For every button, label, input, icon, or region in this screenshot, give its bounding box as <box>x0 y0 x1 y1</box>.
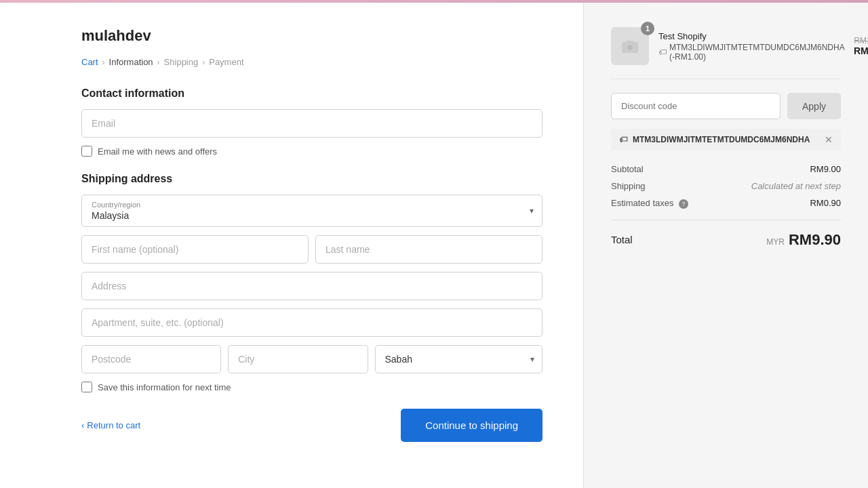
sep3: › <box>202 58 205 67</box>
store-name: mulahdev <box>81 27 542 45</box>
shipping-row: Shipping Calculated at next step <box>611 181 841 191</box>
taxes-row: Estimated taxes ? RM0.90 <box>611 198 841 209</box>
item-original-price: RM10.00 <box>854 36 868 45</box>
item-code: MTM3LDIWMJITMTETMTDUMDC6MJM6NDHA (-RM1.0… <box>669 43 844 62</box>
apartment-field[interactable] <box>81 308 542 337</box>
newsletter-checkbox[interactable] <box>81 146 92 157</box>
left-panel: mulahdev Cart › Information › Shipping ›… <box>0 0 583 488</box>
remove-discount-button[interactable]: ✕ <box>825 134 833 145</box>
breadcrumb-cart[interactable]: Cart <box>81 57 98 67</box>
postcode-group <box>81 345 221 373</box>
item-name: Test Shopify <box>658 31 844 41</box>
email-group <box>81 109 542 138</box>
item-image-wrapper: 1 <box>611 27 649 65</box>
discount-tag-icon: 🏷 <box>619 135 627 144</box>
footer-actions: ‹ Return to cart Continue to shipping <box>81 409 542 442</box>
return-to-cart-link[interactable]: ‹ Return to cart <box>81 420 140 430</box>
return-label: Return to cart <box>87 420 140 430</box>
continue-to-shipping-button[interactable]: Continue to shipping <box>401 409 542 442</box>
chevron-left-icon: ‹ <box>81 420 84 430</box>
item-prices: RM10.00 RM9.00 <box>854 36 868 56</box>
breadcrumb: Cart › Information › Shipping › Payment <box>81 57 542 67</box>
address-group <box>81 272 542 300</box>
sep2: › <box>157 58 160 67</box>
taxes-help-icon: ? <box>679 199 688 209</box>
name-group <box>81 235 542 264</box>
sep1: › <box>102 58 105 67</box>
subtotal-value: RM9.00 <box>810 164 841 174</box>
city-group <box>228 345 368 373</box>
item-quantity-badge: 1 <box>641 22 654 35</box>
taxes-label: Estimated taxes ? <box>611 198 688 209</box>
total-amount: RM9.90 <box>789 231 841 249</box>
save-info-checkbox[interactable] <box>81 382 92 392</box>
shipping-section-title: Shipping address <box>81 173 542 185</box>
newsletter-row: Email me with news and offers <box>81 146 542 157</box>
contact-section-title: Contact information <box>81 87 542 100</box>
item-info: Test Shopify 🏷 MTM3LDIWMJITMTETMTDUMDC6M… <box>658 31 844 62</box>
shipping-value: Calculated at next step <box>751 181 841 191</box>
breadcrumb-payment: Payment <box>209 57 243 67</box>
apply-button[interactable]: Apply <box>787 93 841 119</box>
shipping-label: Shipping <box>611 181 646 191</box>
breadcrumb-information: Information <box>109 57 153 67</box>
state-select[interactable]: Sabah <box>375 345 543 373</box>
total-row: Total MYR RM9.90 <box>611 220 841 249</box>
applied-discount-badge: 🏷 MTM3LDIWMJITMTETMTDUMDC6MJM6NDHA ✕ <box>611 129 841 150</box>
discount-code-input[interactable] <box>611 93 781 119</box>
state-group: Sabah ▾ <box>375 345 543 373</box>
camera-icon <box>622 39 638 53</box>
subtotal-row: Subtotal RM9.00 <box>611 164 841 174</box>
city-field[interactable] <box>228 345 368 373</box>
tag-icon: 🏷 <box>658 47 667 57</box>
country-label: Country/region <box>82 195 542 209</box>
subtotal-label: Subtotal <box>611 164 644 174</box>
save-info-row: Save this information for next time <box>81 382 542 392</box>
item-discounted-price: RM9.00 <box>854 45 868 56</box>
breadcrumb-shipping: Shipping <box>164 57 199 67</box>
newsletter-label: Email me with news and offers <box>98 146 217 157</box>
applied-code: MTM3LDIWMJITMTETMTDUMDC6MJM6NDHA <box>633 135 810 144</box>
top-bar <box>0 0 868 3</box>
city-row: Sabah ▾ <box>81 345 542 373</box>
apartment-group <box>81 308 542 337</box>
discount-row: Apply <box>611 93 841 119</box>
item-tag: 🏷 MTM3LDIWMJITMTETMTDUMDC6MJM6NDHA (-RM1… <box>658 43 844 62</box>
last-name-field[interactable] <box>315 235 542 264</box>
save-info-label: Save this information for next time <box>98 382 231 392</box>
postcode-field[interactable] <box>81 345 221 373</box>
total-label: Total <box>611 234 633 245</box>
country-select[interactable]: Malaysia <box>82 209 542 226</box>
email-field[interactable] <box>81 109 542 138</box>
address-field[interactable] <box>81 272 542 300</box>
total-currency: MYR <box>766 237 785 247</box>
country-group: Country/region Malaysia ▾ <box>81 195 542 227</box>
order-item: 1 Test Shopify 🏷 MTM3LDIWMJITMTETMTDUMDC… <box>611 27 841 79</box>
first-name-field[interactable] <box>81 235 309 264</box>
right-panel: 1 Test Shopify 🏷 MTM3LDIWMJITMTETMTDUMDC… <box>583 0 868 488</box>
taxes-value: RM0.90 <box>810 198 841 209</box>
svg-point-0 <box>628 45 633 50</box>
total-value: MYR RM9.90 <box>766 231 841 249</box>
